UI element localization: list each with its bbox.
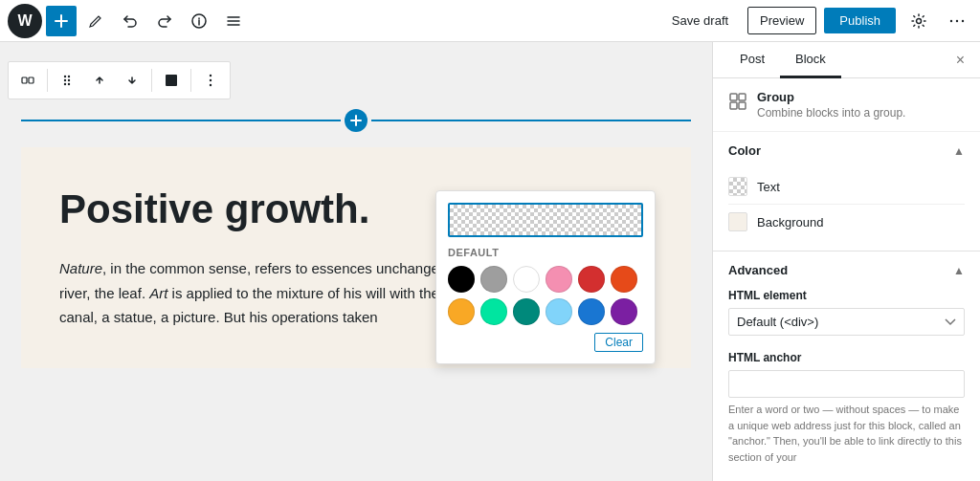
swatch-blue[interactable] [578,298,605,325]
chevron-down-icon [125,74,139,87]
editor-area: Positive growth. Nature, in the common s… [0,42,712,481]
html-element-label: HTML element [728,289,965,302]
undo-icon [122,12,139,30]
plus-icon [55,14,68,28]
html-element-group: HTML element Default (<div>) [728,289,965,336]
tools-button[interactable] [80,6,111,36]
wp-logo-text: W [17,12,32,30]
italic-nature: Nature [59,260,102,276]
color-preview-bar[interactable] [448,203,643,237]
swatch-red[interactable] [578,266,605,293]
svg-rect-19 [730,102,737,109]
svg-rect-13 [166,75,177,86]
swatch-pink[interactable] [546,266,572,293]
html-anchor-hint: Enter a word or two — without spaces — t… [728,402,965,465]
bg-color-label: Background [757,215,823,230]
group-block-icon [728,92,747,115]
wordpress-logo[interactable]: W [8,4,42,38]
svg-rect-6 [29,77,33,83]
text-color-left: Text [728,177,780,196]
text-color-row: Text [728,169,965,205]
svg-point-15 [210,79,212,81]
group-icon [164,73,179,88]
advanced-section-header[interactable]: Advanced ▲ [713,251,980,289]
swatch-yellow[interactable] [448,298,475,325]
add-block-button[interactable] [46,6,77,36]
swatch-green[interactable] [513,298,540,325]
svg-point-1 [917,18,922,23]
move-down-button[interactable] [117,65,147,96]
swatch-purple[interactable] [611,298,637,325]
svg-point-12 [68,83,70,85]
html-element-select[interactable]: Default (<div>) [728,308,965,336]
toolbar-divider-3 [190,69,191,92]
svg-rect-5 [22,77,27,83]
more-options-button[interactable] [942,6,972,36]
advanced-panel: HTML element Default (<div>) HTML anchor… [713,289,980,481]
swatch-teal[interactable] [480,298,507,325]
drag-icon [62,74,72,87]
publish-button[interactable]: Publish [824,8,896,33]
html-anchor-input[interactable] [728,370,965,398]
block-drag-handle[interactable] [12,65,43,96]
list-icon [225,12,242,30]
svg-point-7 [64,76,66,77]
advanced-section: Advanced ▲ HTML element Default (<div>) … [713,251,980,481]
color-default-label: DEFAULT [448,247,643,258]
bg-color-swatch[interactable] [728,212,747,231]
toolbar-right: Save draft Preview Publish [660,6,972,36]
color-section-header[interactable]: Color ▲ [713,132,980,169]
redo-icon [156,12,173,30]
insert-block-button[interactable] [345,109,368,132]
details-button[interactable] [184,6,214,36]
block-more-options[interactable] [195,65,226,96]
clear-color-button[interactable]: Clear [594,333,643,352]
svg-rect-20 [739,102,746,109]
color-picker-footer: Clear [448,333,643,352]
plus-insert-icon [350,115,362,126]
color-chevron-up-icon: ▲ [953,144,965,158]
html-anchor-group: HTML anchor Enter a word or two — withou… [728,351,965,465]
chevron-up-icon [93,74,106,87]
html-anchor-label: HTML anchor [728,351,965,364]
swatch-black[interactable] [448,266,475,293]
block-type-button[interactable] [156,65,187,96]
panel-close-button[interactable]: × [952,48,969,73]
swatch-orange[interactable] [611,266,637,293]
panel-tabs-group: Post Block [724,42,841,77]
group-icon [728,92,747,111]
swatch-light-blue[interactable] [546,298,572,325]
color-section-title: Color [728,143,761,158]
text-color-label: Text [757,180,780,194]
svg-point-10 [68,79,70,81]
drag-handle-button[interactable] [52,65,82,96]
main-toolbar: W Save draft Preview Publish [0,0,980,42]
insert-line-right [371,120,691,121]
settings-button[interactable] [903,6,934,36]
toolbar-left: W [8,4,249,38]
block-info: Group Combine blocks into a group. [713,78,980,132]
undo-button[interactable] [115,6,145,36]
save-draft-button[interactable]: Save draft [660,8,740,33]
swatch-gray[interactable] [480,266,507,293]
text-color-swatch[interactable] [728,177,747,196]
list-view-button[interactable] [218,6,249,36]
preview-button[interactable]: Preview [747,7,816,34]
svg-point-11 [64,83,66,85]
redo-button[interactable] [149,6,180,36]
right-panel: Post Block × Group Combine blocks into a… [712,42,980,481]
block-name: Group [757,90,905,104]
block-desc: Combine blocks into a group. [757,106,905,120]
panel-tabs: Post Block × [713,42,980,78]
info-icon [190,12,208,30]
swatch-white[interactable] [513,266,540,293]
tab-post[interactable]: Post [724,42,780,78]
toolbar-divider-1 [47,69,48,92]
svg-point-8 [68,76,70,77]
color-swatches-row2 [448,298,643,325]
tab-block[interactable]: Block [780,42,841,78]
block-toolbar [8,61,231,99]
color-section: Color ▲ Text Background [713,132,980,251]
color-picker-popup: DEFAULT Clear [435,190,656,364]
move-up-button[interactable] [84,65,115,96]
